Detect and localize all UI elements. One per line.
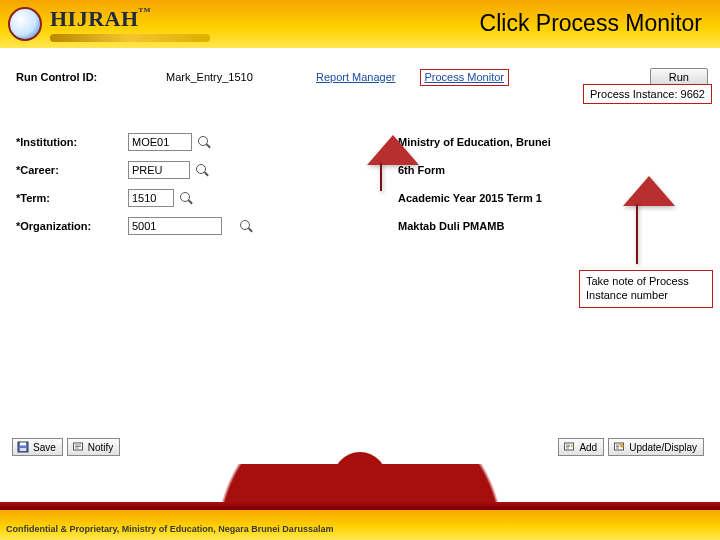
update-label: Update/Display (629, 442, 697, 453)
svg-rect-1 (20, 443, 26, 446)
organization-row: *Organization: Maktab Duli PMAMB (16, 212, 708, 240)
lookup-icon[interactable] (240, 220, 253, 233)
brand-emblem-icon (8, 7, 42, 41)
parameters-form: *Institution: Ministry of Education, Bru… (16, 128, 708, 240)
page-title: Click Process Monitor (480, 10, 702, 37)
organization-label: *Organization: (16, 220, 128, 232)
add-label: Add (579, 442, 597, 453)
institution-label: *Institution: (16, 136, 128, 148)
process-monitor-link[interactable]: Process Monitor (425, 71, 504, 83)
career-input[interactable] (128, 161, 190, 179)
save-label: Save (33, 442, 56, 453)
term-label: *Term: (16, 192, 128, 204)
brand-block: HIJRAHTM (50, 6, 210, 42)
institution-input[interactable] (128, 133, 192, 151)
process-monitor-highlight: Process Monitor (420, 69, 509, 86)
notify-label: Notify (88, 442, 114, 453)
arrow-stem-icon (636, 204, 638, 264)
lookup-icon[interactable] (198, 136, 211, 149)
process-instance-label: Process Instance: (590, 88, 677, 100)
organization-input[interactable] (128, 217, 222, 235)
run-control-id-value: Mark_Entry_1510 (166, 71, 316, 83)
institution-desc: Ministry of Education, Brunei (398, 136, 708, 148)
footer-bar (0, 502, 720, 540)
notify-icon (72, 441, 84, 453)
process-instance-highlight: Process Instance: 9662 (583, 84, 712, 104)
add-icon (563, 441, 575, 453)
career-row: *Career: 6th Form (16, 156, 708, 184)
svg-rect-2 (20, 448, 26, 451)
brand-name: HIJRAHTM (50, 6, 210, 32)
arrow-to-process-monitor-icon (367, 135, 419, 165)
organization-desc: Maktab Duli PMAMB (398, 220, 708, 232)
career-desc: 6th Form (398, 164, 708, 176)
update-icon (613, 441, 625, 453)
save-icon (17, 441, 29, 453)
update-display-button[interactable]: Update/Display (608, 438, 704, 456)
arrow-stem-icon (380, 163, 382, 191)
save-button[interactable]: Save (12, 438, 63, 456)
arrow-to-process-instance-icon (623, 176, 675, 206)
term-row: *Term: Academic Year 2015 Term 1 (16, 184, 708, 212)
process-instance-value: 9662 (681, 88, 705, 100)
term-input[interactable] (128, 189, 174, 207)
content-area: Run Control ID: Mark_Entry_1510 Report M… (0, 48, 720, 240)
brand-tagline-bar (50, 34, 210, 42)
institution-row: *Institution: Ministry of Education, Bru… (16, 128, 708, 156)
callout-note: Take note of Process Instance number (579, 270, 713, 308)
notify-button[interactable]: Notify (67, 438, 121, 456)
report-manager-link[interactable]: Report Manager (316, 71, 396, 83)
lookup-icon[interactable] (196, 164, 209, 177)
run-control-id-label: Run Control ID: (16, 71, 166, 83)
app-header: HIJRAHTM Click Process Monitor (0, 0, 720, 48)
footer-confidential-text: Confidential & Proprietary, Ministry of … (6, 524, 333, 534)
lookup-icon[interactable] (180, 192, 193, 205)
add-button[interactable]: Add (558, 438, 604, 456)
career-label: *Career: (16, 164, 128, 176)
